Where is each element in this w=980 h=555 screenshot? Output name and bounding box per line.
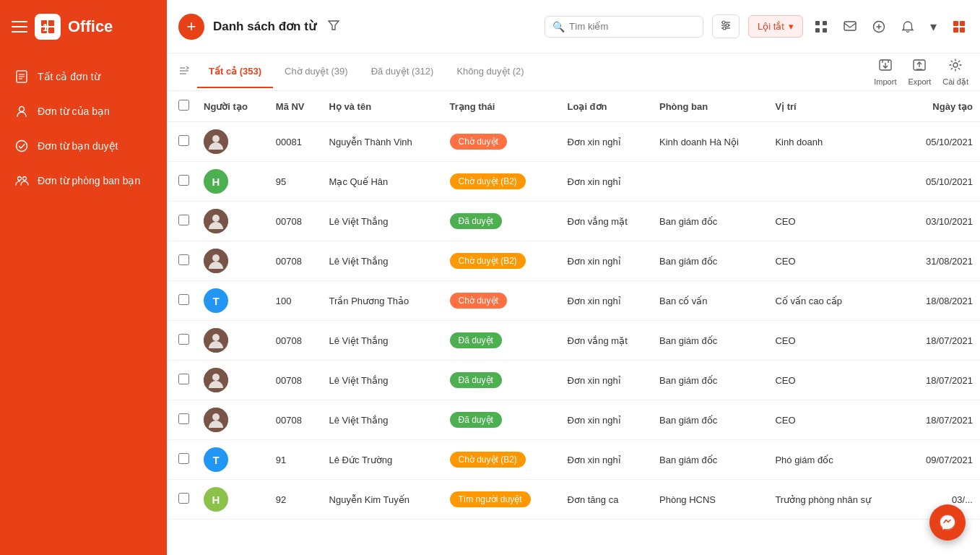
cell-vi-tri: CEO bbox=[768, 202, 903, 241]
status-badge: Chờ duyệt bbox=[450, 134, 507, 150]
cell-ho-ten: Lê Đức Trường bbox=[322, 440, 443, 480]
tab-all[interactable]: Tất cả (353) bbox=[197, 56, 273, 88]
avatar bbox=[204, 328, 228, 353]
avatar: H bbox=[204, 487, 228, 512]
row-checkbox[interactable] bbox=[178, 254, 189, 265]
row-checkbox[interactable] bbox=[178, 334, 189, 345]
col-loai-don: Loại đơn bbox=[560, 91, 652, 122]
filter-sliders-button[interactable] bbox=[712, 14, 740, 38]
cell-ngay-tao: 31/08/2021 bbox=[904, 241, 980, 281]
cell-ma-nv: 100 bbox=[269, 281, 322, 321]
avatar: T bbox=[204, 447, 228, 472]
title-filter-icon[interactable] bbox=[325, 17, 342, 37]
chevron-down-icon[interactable]: ▾ bbox=[927, 16, 940, 38]
table-row[interactable]: 00081Nguyễn Thành VinhChờ duyệtĐơn xin n… bbox=[167, 122, 980, 162]
svg-text:1: 1 bbox=[43, 22, 48, 33]
cell-loai-don: Đơn xin nghỉ bbox=[560, 400, 652, 440]
sidebar-item-all-forms[interactable]: Tất cả đơn từ bbox=[0, 59, 167, 94]
svg-point-19 bbox=[723, 27, 726, 30]
search-box: 🔍 bbox=[545, 16, 703, 38]
cell-vi-tri: CEO bbox=[768, 321, 903, 361]
all-forms-icon bbox=[14, 69, 29, 84]
svg-rect-24 bbox=[844, 22, 856, 30]
bell-icon[interactable] bbox=[898, 17, 917, 36]
svg-rect-20 bbox=[815, 21, 820, 25]
search-icon: 🔍 bbox=[552, 21, 565, 33]
table-row[interactable]: 00708Lê Việt ThắngChờ duyệt (B2)Đơn xin … bbox=[167, 241, 980, 281]
cell-vi-tri bbox=[768, 162, 903, 202]
cell-loai-don: Đơn vắng mặt bbox=[560, 321, 652, 361]
cell-ho-ten: Nguyễn Kim Tuyến bbox=[322, 480, 443, 520]
svg-rect-21 bbox=[823, 21, 827, 25]
row-checkbox[interactable] bbox=[178, 493, 189, 504]
cell-vi-tri: CEO bbox=[768, 241, 903, 281]
select-all-checkbox[interactable] bbox=[178, 100, 189, 111]
tab-rejected[interactable]: Không duyệt (2) bbox=[445, 56, 535, 88]
table-row[interactable]: H95Mạc Quế HânChờ duyệt (B2)Đơn xin nghỉ… bbox=[167, 162, 980, 202]
cell-ho-ten: Lê Việt Thắng bbox=[322, 241, 443, 281]
row-checkbox[interactable] bbox=[178, 215, 189, 225]
row-checkbox[interactable] bbox=[178, 413, 189, 424]
import-button[interactable]: Import bbox=[874, 58, 896, 86]
settings-label: Cài đặt bbox=[942, 77, 968, 87]
table-row[interactable]: 00708Lê Việt ThắngĐã duyệtĐơn xin nghỉBa… bbox=[167, 400, 980, 440]
cell-ngay-tao: 18/07/2021 bbox=[904, 361, 980, 400]
hamburger-menu-icon[interactable] bbox=[12, 21, 27, 33]
svg-point-52 bbox=[212, 374, 220, 381]
avatar: T bbox=[204, 288, 228, 313]
loi-tat-button[interactable]: Lội tắt ▾ bbox=[748, 15, 803, 38]
sidebar-header: 1 Office bbox=[0, 0, 167, 53]
svg-rect-31 bbox=[960, 27, 965, 33]
svg-rect-22 bbox=[815, 28, 820, 33]
cell-ho-ten: Lê Việt Thắng bbox=[322, 400, 443, 440]
cell-ma-nv: 00708 bbox=[269, 241, 322, 281]
table-row[interactable]: 00708Lê Việt ThắngĐã duyệtĐơn vắng mặtBa… bbox=[167, 202, 980, 241]
sidebar-item-your-forms[interactable]: Đơn từ của bạn bbox=[0, 94, 167, 129]
tab-pending[interactable]: Chờ duyệt (39) bbox=[273, 56, 360, 88]
svg-point-9 bbox=[19, 107, 25, 112]
table-row[interactable]: T91Lê Đức TrườngChờ duyệt (B2)Đơn xin ng… bbox=[167, 440, 980, 480]
top-header: + Danh sách đơn từ 🔍 Lội tắt ▾ bbox=[167, 0, 980, 53]
apps-icon[interactable] bbox=[812, 17, 831, 36]
col-checkbox bbox=[167, 91, 196, 122]
table-row[interactable]: 00708Lê Việt ThắngĐã duyệtĐơn xin nghỉBa… bbox=[167, 361, 980, 400]
table-row[interactable]: T100Trần Phương ThảoChờ duyệtĐơn xin ngh… bbox=[167, 281, 980, 321]
message-icon[interactable] bbox=[841, 17, 859, 36]
cell-ngay-tao: 05/10/2021 bbox=[904, 162, 980, 202]
import-icon bbox=[878, 58, 893, 76]
cell-phong-ban: Ban giám đốc bbox=[652, 321, 768, 361]
table-row[interactable]: 00708Lê Việt ThắngĐã duyệtĐơn vắng mặtBa… bbox=[167, 321, 980, 361]
cell-loai-don: Đơn xin nghỉ bbox=[560, 162, 652, 202]
cell-loai-don: Đơn xin nghỉ bbox=[560, 241, 652, 281]
row-checkbox[interactable] bbox=[178, 374, 189, 384]
table-row[interactable]: H92Nguyễn Kim TuyếnTìm người duyệtĐơn tă… bbox=[167, 480, 980, 520]
add-button[interactable]: + bbox=[178, 14, 204, 40]
svg-point-18 bbox=[726, 24, 729, 27]
logo-icon: 1 bbox=[35, 14, 61, 40]
svg-point-17 bbox=[722, 21, 725, 24]
tab-approved[interactable]: Đã duyệt (312) bbox=[360, 56, 446, 88]
svg-rect-30 bbox=[953, 27, 958, 33]
messenger-float-button[interactable] bbox=[929, 504, 966, 541]
export-button[interactable]: Export bbox=[908, 58, 931, 86]
sidebar-item-approve-forms-label: Đơn từ bạn duyệt bbox=[38, 140, 118, 152]
cell-loai-don: Đơn xin nghỉ bbox=[560, 361, 652, 400]
app-switcher-icon[interactable] bbox=[950, 17, 968, 36]
row-checkbox[interactable] bbox=[178, 453, 189, 464]
cell-phong-ban: Ban cố vấn bbox=[652, 281, 768, 321]
cell-ma-nv: 00708 bbox=[269, 400, 322, 440]
row-checkbox[interactable] bbox=[178, 135, 189, 146]
loi-tat-label: Lội tắt bbox=[758, 21, 784, 32]
add-circle-icon[interactable] bbox=[870, 17, 888, 36]
settings-button[interactable]: Cài đặt bbox=[942, 58, 968, 87]
approve-forms-icon bbox=[14, 139, 29, 153]
row-checkbox[interactable] bbox=[178, 294, 189, 305]
sidebar-nav: Tất cả đơn từ Đơn từ của bạn Đơn từ bạn … bbox=[0, 53, 167, 204]
cell-ho-ten: Mạc Quế Hân bbox=[322, 162, 443, 202]
sidebar-item-approve-forms[interactable]: Đơn từ bạn duyệt bbox=[0, 129, 167, 163]
tabs-filter-icon bbox=[178, 65, 190, 79]
row-checkbox[interactable] bbox=[178, 175, 189, 186]
svg-rect-28 bbox=[953, 21, 958, 26]
search-input[interactable] bbox=[569, 21, 685, 32]
sidebar-item-dept-forms[interactable]: Đơn từ phòng ban bạn bbox=[0, 163, 167, 198]
